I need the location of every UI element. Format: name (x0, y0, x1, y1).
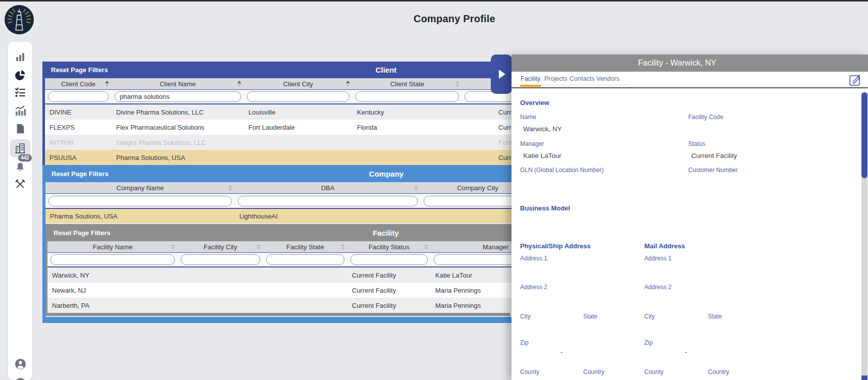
mail-address-heading: Mail Address (644, 242, 685, 250)
lighthouse-logo-icon[interactable] (5, 5, 34, 34)
physical-state-label: State (583, 313, 597, 320)
mail-zip-label: Zip (644, 339, 653, 346)
facility-status-filter-input[interactable] (350, 254, 428, 265)
panel-tabs: Facility Projects Contacts Vendors (512, 72, 868, 88)
company-dba-column-header[interactable]: DBA (235, 182, 421, 193)
sidebar-item-profile[interactable] (10, 355, 30, 373)
client-city-column-header[interactable]: Client City (244, 78, 352, 89)
manager-label: Manager (520, 140, 544, 147)
physical-city-label: City (520, 313, 531, 320)
sort-icon (228, 185, 232, 191)
facility-city-filter-input[interactable] (181, 254, 260, 265)
company-name-column-header[interactable]: Company Name (45, 182, 235, 193)
physical-address2-label: Address 2 (520, 284, 547, 291)
scrollbar-bottom (861, 375, 867, 380)
app-window: Company Profile (0, 0, 868, 380)
mail-country-label: Country (708, 368, 729, 375)
business-model-heading: Business Model (520, 204, 570, 212)
notification-count-badge: 442 (18, 154, 32, 161)
help-icon: ? (15, 377, 26, 380)
top-border (0, 0, 868, 2)
sidebar-item-dashboard[interactable] (10, 48, 30, 66)
gln-label: GLN (Global Location Number) (520, 167, 603, 174)
page-title: Company Profile (333, 13, 576, 25)
play-arrow-icon (499, 70, 505, 79)
tab-vendors[interactable]: Vendors (596, 75, 620, 82)
facility-state-filter-input[interactable] (266, 254, 344, 265)
sort-icon (341, 244, 345, 250)
physical-zip-label: Zip (520, 339, 529, 346)
panel-title: Facility - Warwick, NY (512, 55, 868, 72)
sidebar-item-documents[interactable] (10, 120, 30, 138)
name-value: Warwick, NY (523, 125, 562, 133)
bar-chart-icon (14, 51, 26, 63)
name-label: Name (520, 114, 536, 121)
company-dba-filter-input[interactable] (238, 196, 418, 206)
checklist-icon (14, 86, 26, 98)
client-city-filter-input[interactable] (247, 91, 349, 102)
physical-zip-separator: - (560, 348, 563, 356)
status-value: Current Facility (691, 152, 737, 159)
sort-icon (346, 81, 350, 87)
mail-address2-label: Address 2 (644, 284, 672, 291)
mail-city-label: City (644, 313, 655, 320)
client-code-column-header[interactable]: Client Code (45, 78, 112, 89)
tab-projects[interactable]: Projects (544, 75, 567, 82)
company-table-bottom-bar[interactable] (42, 317, 520, 323)
bell-icon (15, 161, 26, 173)
document-icon (15, 123, 26, 134)
facility-name-column-header[interactable]: Facility Name (47, 241, 178, 252)
sort-icon (414, 185, 418, 191)
physical-address1-label: Address 1 (520, 255, 547, 262)
edit-button[interactable] (849, 73, 862, 86)
tab-facility[interactable]: Facility (521, 75, 540, 82)
client-name-filter-input[interactable] (115, 91, 241, 102)
sidebar: 442 ? (8, 42, 32, 380)
mail-state-label: State (708, 313, 722, 320)
facility-name-filter-input[interactable] (50, 254, 175, 265)
customer-number-label: Customer Number (688, 167, 738, 174)
sort-icon (455, 81, 459, 87)
manager-value: Katie LaTour (523, 152, 561, 159)
analytics-chart-icon (14, 105, 26, 117)
edit-pencil-icon (849, 73, 862, 86)
sidebar-item-notifications[interactable]: 442 (10, 158, 30, 176)
sidebar-item-analytics[interactable] (10, 102, 30, 120)
company-reset-filters-button[interactable]: Reset Page Filters (52, 170, 109, 178)
sort-icon (105, 81, 109, 87)
facility-detail-panel: Facility - Warwick, NY Facility Projects… (512, 55, 868, 380)
client-state-column-header[interactable]: Client State (352, 78, 462, 89)
mail-zip-separator: - (685, 348, 687, 356)
physical-address-heading: Physical/Ship Address (520, 242, 591, 250)
facility-status-column-header[interactable]: Facility Status (347, 241, 431, 252)
overview-heading: Overview (520, 99, 549, 106)
company-name-filter-input[interactable] (48, 196, 232, 206)
physical-county-label: County (520, 368, 539, 375)
client-state-filter-input[interactable] (355, 91, 459, 102)
physical-country-label: Country (583, 368, 604, 375)
facility-state-column-header[interactable]: Facility State (263, 241, 347, 252)
tab-contacts[interactable]: Contacts (570, 75, 594, 82)
sidebar-item-tasks[interactable] (10, 83, 30, 101)
sort-icon (171, 244, 175, 250)
building-icon (14, 142, 26, 154)
client-name-column-header[interactable]: Client Name (112, 78, 244, 89)
facility-city-column-header[interactable]: Facility City (178, 241, 263, 252)
panel-collapse-button[interactable] (491, 55, 512, 94)
client-reset-filters-button[interactable]: Reset Page Filters (51, 66, 108, 74)
sidebar-item-help[interactable]: ? (10, 374, 30, 380)
sidebar-item-reports[interactable] (10, 67, 30, 85)
status-label: Status (688, 140, 705, 147)
facility-code-label: Facility Code (688, 114, 723, 121)
user-profile-icon (15, 358, 26, 370)
sidebar-item-tools[interactable] (10, 175, 30, 193)
sort-icon (257, 244, 261, 250)
pie-chart-icon (14, 70, 26, 82)
scrollbar-thumb[interactable] (861, 92, 867, 178)
client-code-filter-input[interactable] (48, 91, 109, 102)
facility-table-bottom-border (47, 313, 510, 316)
tools-icon (15, 179, 26, 190)
mail-address1-label: Address 1 (644, 255, 672, 262)
facility-reset-filters-button[interactable]: Reset Page Filters (54, 229, 111, 237)
mail-county-label: County (644, 368, 663, 375)
